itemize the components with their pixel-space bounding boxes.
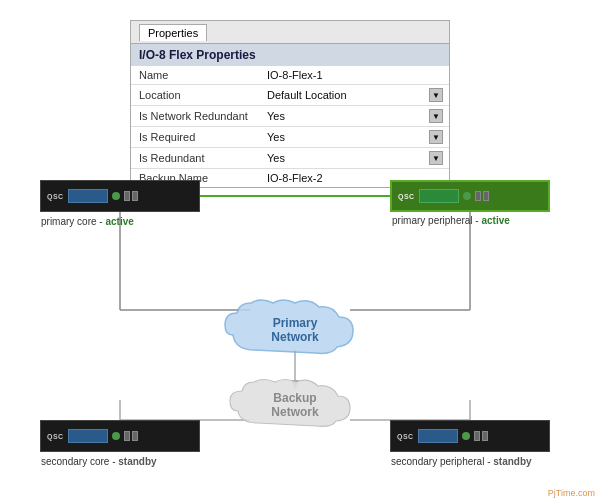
dropdown-arrow-1[interactable]: ▼ (429, 88, 443, 102)
prop-value-2[interactable]: Yes▼ (261, 106, 449, 126)
qsc-logo-primary-peripheral: QSC (398, 193, 415, 200)
primary-core-screen (68, 189, 108, 203)
prop-row-0: NameIO-8-Flex-1 (131, 66, 449, 85)
backup-network-cloud: BackupNetwork (220, 375, 370, 435)
primary-network-label: PrimaryNetwork (271, 316, 318, 345)
diagram-area: QSC primary core - active QSC primary pe… (0, 165, 600, 500)
prop-value-text-0: IO-8-Flex-1 (267, 69, 323, 81)
primary-peripheral-label: primary peripheral - active (392, 215, 510, 226)
port-1 (124, 191, 130, 201)
primary-peripheral-ports (475, 191, 489, 201)
prop-value-text-1: Default Location (267, 89, 347, 101)
prop-row-3: Is RequiredYes▼ (131, 127, 449, 148)
panel-title: I/O-8 Flex Properties (131, 44, 449, 66)
primary-core-device: QSC primary core - active (40, 180, 200, 212)
primary-peripheral-device: QSC primary peripheral - active (390, 180, 550, 212)
primary-peripheral-screen (419, 189, 459, 203)
primary-core-indicator (112, 192, 120, 200)
prop-value-text-4: Yes (267, 152, 285, 164)
prop-label-3: Is Required (131, 128, 261, 146)
pport-1 (475, 191, 481, 201)
tab-bar: Properties (131, 21, 449, 44)
spport-2 (482, 431, 488, 441)
secondary-peripheral-device: QSC secondary peripheral - standby (390, 420, 550, 452)
prop-value-text-3: Yes (267, 131, 285, 143)
backup-network-label: BackupNetwork (271, 391, 318, 420)
port-2 (132, 191, 138, 201)
qsc-logo-secondary-peripheral: QSC (397, 433, 414, 440)
prop-value-text-2: Yes (267, 110, 285, 122)
secondary-peripheral-indicator (462, 432, 470, 440)
scport-1 (124, 431, 130, 441)
qsc-logo-secondary-core: QSC (47, 433, 64, 440)
primary-network-cloud: PrimaryNetwork (215, 295, 375, 365)
secondary-core-screen (68, 429, 108, 443)
secondary-peripheral-label: secondary peripheral - standby (391, 456, 532, 467)
secondary-peripheral-ports (474, 431, 488, 441)
pport-2 (483, 191, 489, 201)
dropdown-arrow-4[interactable]: ▼ (429, 151, 443, 165)
prop-row-2: Is Network RedundantYes▼ (131, 106, 449, 127)
qsc-logo-primary-core: QSC (47, 193, 64, 200)
secondary-peripheral-screen (418, 429, 458, 443)
secondary-core-indicator (112, 432, 120, 440)
prop-value-3[interactable]: Yes▼ (261, 127, 449, 147)
prop-row-1: LocationDefault Location▼ (131, 85, 449, 106)
spport-1 (474, 431, 480, 441)
secondary-core-device: QSC secondary core - standby (40, 420, 200, 452)
tab-properties[interactable]: Properties (139, 24, 207, 41)
prop-label-0: Name (131, 66, 261, 84)
primary-peripheral-indicator (463, 192, 471, 200)
prop-value-1[interactable]: Default Location▼ (261, 85, 449, 105)
properties-panel: Properties I/O-8 Flex Properties NameIO-… (130, 20, 450, 188)
primary-core-ports (124, 191, 138, 201)
prop-label-2: Is Network Redundant (131, 107, 261, 125)
dropdown-arrow-2[interactable]: ▼ (429, 109, 443, 123)
dropdown-arrow-3[interactable]: ▼ (429, 130, 443, 144)
watermark: PjTime.com (548, 488, 595, 498)
secondary-core-label: secondary core - standby (41, 456, 157, 467)
prop-value-0: IO-8-Flex-1 (261, 66, 449, 84)
secondary-core-ports (124, 431, 138, 441)
primary-core-label: primary core - active (41, 216, 134, 227)
prop-label-1: Location (131, 86, 261, 104)
scport-2 (132, 431, 138, 441)
